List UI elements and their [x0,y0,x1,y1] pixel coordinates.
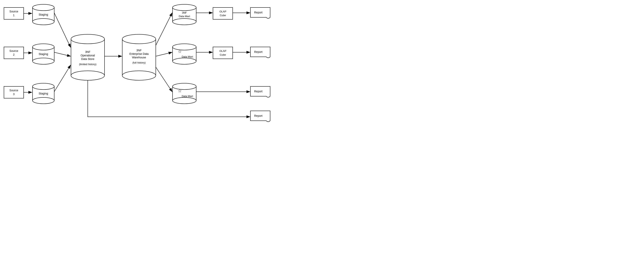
edw-label-3nf: 3NF [136,49,142,52]
svg-text:1: 1 [13,14,14,17]
staging2-label: Staging [39,52,48,56]
svg-line-10 [156,67,172,92]
source2-label: Source [10,49,18,52]
svg-point-21 [32,58,54,64]
ods-label-3nf: 3NF [85,50,90,54]
staging3-label: Staging [39,92,48,95]
dm1-cylinder: 3NF Data Mart [172,4,196,25]
edw-label-ent: Enterprise Data [129,52,148,56]
report3-label: Report [254,90,262,93]
ods-label-ops: Operational [81,54,95,57]
olap2-box: OLAP Cube [213,47,233,59]
source1-label: Source [10,10,18,13]
svg-point-27 [71,71,104,80]
svg-point-33 [172,18,196,25]
svg-point-24 [32,98,54,104]
dm2-star-icon: ☆ [178,49,182,54]
svg-line-4 [54,13,70,47]
staging3-cylinder: Staging [32,83,54,104]
svg-text:Cube: Cube [220,14,226,17]
svg-rect-42 [4,47,24,59]
dm1-label-3nf: 3NF [182,11,187,14]
olap1-box: OLAP Cube [213,8,233,19]
svg-text:Cube: Cube [220,53,226,56]
svg-point-35 [172,44,196,50]
svg-point-29 [122,34,156,44]
svg-point-32 [172,4,196,11]
svg-text:2: 2 [13,53,14,56]
source2-box: Source 2 [4,47,24,59]
diagram: Staging Staging Staging 3NF Operational … [0,0,322,129]
svg-rect-46 [213,8,233,19]
edw-cylinder: 3NF Enterprise Data Warehouse (full hist… [122,34,156,80]
report2-box: Report [250,47,270,58]
ods-cylinder: 3NF Operational Data Store (limited hist… [71,34,104,80]
svg-line-9 [156,52,172,56]
report1-box: Report [250,8,270,18]
dm3-star-icon: ☆ [178,88,182,93]
svg-point-23 [32,83,54,90]
ods-label-data: Data Store [81,58,94,60]
svg-point-17 [32,4,54,11]
source1-box: Source 1 [4,8,24,19]
svg-point-36 [172,58,196,64]
dm2-label: Data Mart [182,55,193,58]
svg-line-5 [54,52,70,56]
dm3-cylinder: ☆ Data Mart [172,83,196,104]
report2-label: Report [254,50,262,54]
source3-box: Source 3 [4,86,24,98]
svg-point-38 [172,83,196,90]
edw-label-wh: Warehouse [132,56,146,59]
dm2-cylinder: ☆ Data Mart [172,44,196,64]
svg-point-18 [32,18,54,25]
svg-point-39 [172,98,196,104]
svg-point-30 [122,71,156,80]
staging1-cylinder: Staging [32,4,54,25]
source3-label: Source [10,89,18,92]
svg-rect-48 [213,47,233,59]
svg-text:3: 3 [13,92,14,96]
olap2-label: OLAP [220,50,226,52]
staging1-label: Staging [39,13,48,16]
report4-label: Report [254,114,262,117]
olap1-label: OLAP [220,10,226,13]
ods-label-history: (limited history) [79,63,96,66]
dm1-label-dm: Data Mart [179,15,190,18]
report4-box: Report [250,111,270,122]
report3-box: Report [250,86,270,97]
dm3-label: Data Mart [182,95,193,98]
svg-line-6 [54,65,70,92]
svg-rect-44 [4,86,24,98]
staging2-cylinder: Staging [32,44,54,64]
report1-label: Report [254,11,262,14]
svg-line-8 [156,13,172,45]
svg-rect-40 [4,8,24,19]
edw-label-history: (full history) [132,61,146,64]
svg-point-26 [71,34,104,44]
svg-point-20 [32,44,54,50]
